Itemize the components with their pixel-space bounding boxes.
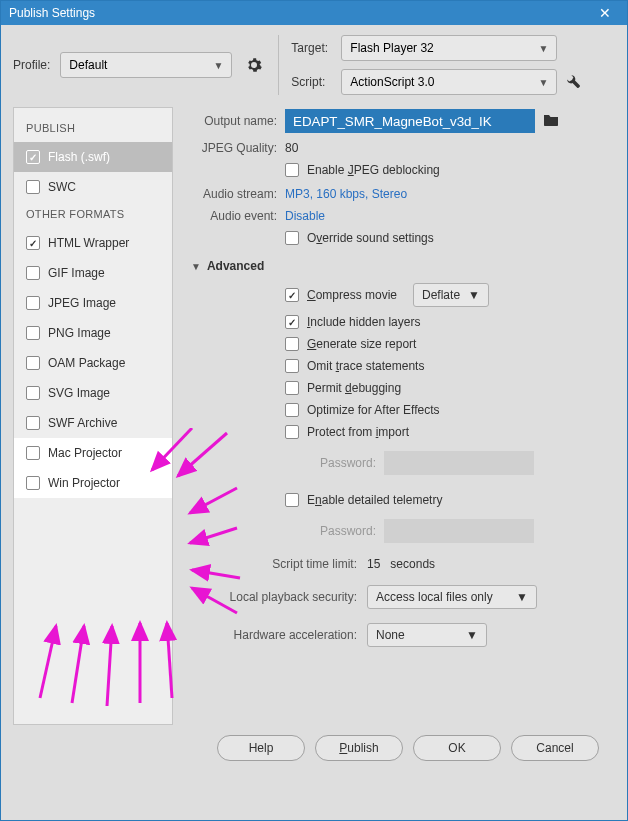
checkbox-icon[interactable]: [26, 326, 40, 340]
script-time-label: Script time limit:: [187, 557, 357, 571]
profile-group: Profile: Default ▼: [13, 35, 266, 95]
chevron-down-icon: ▼: [538, 43, 548, 54]
wrench-icon[interactable]: [565, 73, 581, 92]
checkbox-icon[interactable]: [285, 288, 299, 302]
script-time-value[interactable]: 15: [367, 557, 380, 571]
checkbox-icon[interactable]: [26, 296, 40, 310]
optimize-after-effects-checkbox[interactable]: Optimize for After Effects: [285, 403, 611, 417]
checkbox-icon[interactable]: [285, 315, 299, 329]
chevron-down-icon: ▼: [191, 261, 201, 272]
local-playback-label: Local playback security:: [187, 590, 357, 604]
omit-trace-checkbox[interactable]: Omit trace statements: [285, 359, 611, 373]
sidebar-item-gif[interactable]: GIF Image: [14, 258, 172, 288]
sidebar-item-flash-swf[interactable]: Flash (.swf): [14, 142, 172, 172]
checkbox-icon[interactable]: [26, 416, 40, 430]
sidebar-item-win-projector[interactable]: Win Projector: [14, 468, 172, 498]
chevron-down-icon: ▼: [516, 590, 528, 604]
target-dropdown[interactable]: Flash Player 32 ▼: [341, 35, 557, 61]
permit-debugging-checkbox[interactable]: Permit debugging: [285, 381, 611, 395]
publish-button[interactable]: Publish: [315, 735, 403, 761]
jpeg-quality-value[interactable]: 80: [285, 141, 298, 155]
divider: [278, 35, 279, 95]
other-formats-header: OTHER FORMATS: [14, 202, 172, 228]
sidebar-item-html-wrapper[interactable]: HTML Wrapper: [14, 228, 172, 258]
telemetry-password-label: Password:: [313, 524, 376, 538]
sidebar-item-svg[interactable]: SVG Image: [14, 378, 172, 408]
enable-jpeg-deblocking-checkbox[interactable]: Enable JPEG deblocking: [285, 163, 611, 177]
local-playback-dropdown[interactable]: Access local files only ▼: [367, 585, 537, 609]
titlebar[interactable]: Publish Settings ✕: [1, 1, 627, 25]
protect-from-import-checkbox[interactable]: Protect from import: [285, 425, 611, 439]
chevron-down-icon: ▼: [213, 60, 223, 71]
checkbox-icon[interactable]: [285, 403, 299, 417]
chevron-down-icon: ▼: [538, 77, 548, 88]
compress-method-dropdown[interactable]: Deflate ▼: [413, 283, 489, 307]
cancel-button[interactable]: Cancel: [511, 735, 599, 761]
sidebar-item-swf-archive[interactable]: SWF Archive: [14, 408, 172, 438]
gear-icon[interactable]: [242, 53, 266, 77]
close-icon[interactable]: ✕: [591, 5, 619, 21]
hw-accel-label: Hardware acceleration:: [187, 628, 357, 642]
script-label: Script:: [291, 75, 333, 89]
hw-accel-dropdown[interactable]: None ▼: [367, 623, 487, 647]
target-column: Target: Flash Player 32 ▼ Script: Action…: [291, 35, 581, 95]
checkbox-icon[interactable]: [26, 150, 40, 164]
script-time-unit: seconds: [390, 557, 435, 571]
sidebar-item-oam[interactable]: OAM Package: [14, 348, 172, 378]
output-name-label: Output name:: [187, 114, 277, 128]
target-label: Target:: [291, 41, 333, 55]
sidebar-item-swc[interactable]: SWC: [14, 172, 172, 202]
publish-header: PUBLISH: [14, 116, 172, 142]
svg-line-8: [107, 626, 112, 706]
chevron-down-icon: ▼: [468, 288, 480, 302]
svg-line-10: [40, 626, 56, 698]
script-dropdown[interactable]: ActionScript 3.0 ▼: [341, 69, 557, 95]
checkbox-icon[interactable]: [26, 386, 40, 400]
help-button[interactable]: Help: [217, 735, 305, 761]
checkbox-icon[interactable]: [285, 359, 299, 373]
telemetry-password-input: [384, 519, 534, 543]
chevron-down-icon: ▼: [466, 628, 478, 642]
checkbox-icon[interactable]: [285, 163, 299, 177]
advanced-section-toggle[interactable]: ▼ Advanced: [191, 259, 611, 273]
checkbox-icon[interactable]: [285, 381, 299, 395]
sidebar-item-png[interactable]: PNG Image: [14, 318, 172, 348]
sidebar-item-jpeg[interactable]: JPEG Image: [14, 288, 172, 318]
include-hidden-layers-checkbox[interactable]: Include hidden layers: [285, 315, 611, 329]
jpeg-quality-label: JPEG Quality:: [187, 141, 277, 155]
password-label: Password:: [313, 456, 376, 470]
main-area: PUBLISH Flash (.swf) SWC OTHER FORMATS H…: [13, 107, 615, 725]
generate-size-report-checkbox[interactable]: Generate size report: [285, 337, 611, 351]
output-name-input[interactable]: [285, 109, 535, 133]
checkbox-icon[interactable]: [285, 425, 299, 439]
top-controls: Profile: Default ▼ Target: Flash Player …: [13, 35, 615, 95]
audio-event-label: Audio event:: [187, 209, 277, 223]
window-title: Publish Settings: [9, 6, 591, 20]
checkbox-icon[interactable]: [26, 356, 40, 370]
compress-movie-checkbox[interactable]: Compress movie Deflate ▼: [285, 283, 611, 307]
svg-line-9: [72, 626, 84, 703]
ok-button[interactable]: OK: [413, 735, 501, 761]
checkbox-icon[interactable]: [285, 337, 299, 351]
checkbox-icon[interactable]: [26, 180, 40, 194]
publish-settings-window: Publish Settings ✕ Profile: Default ▼ Ta…: [0, 0, 628, 821]
checkbox-icon[interactable]: [285, 231, 299, 245]
override-sound-checkbox[interactable]: Override sound settings: [285, 231, 611, 245]
checkbox-icon[interactable]: [26, 446, 40, 460]
settings-panel: Output name: JPEG Quality: 80 Enable JPE…: [183, 107, 615, 725]
profile-dropdown[interactable]: Default ▼: [60, 52, 232, 78]
password-input: [384, 451, 534, 475]
svg-line-6: [167, 623, 172, 698]
folder-icon[interactable]: [543, 113, 559, 130]
audio-event-link[interactable]: Disable: [285, 209, 325, 223]
checkbox-icon[interactable]: [26, 266, 40, 280]
checkbox-icon[interactable]: [285, 493, 299, 507]
checkbox-icon[interactable]: [26, 476, 40, 490]
dialog-content: Profile: Default ▼ Target: Flash Player …: [1, 25, 627, 820]
checkbox-icon[interactable]: [26, 236, 40, 250]
detailed-telemetry-checkbox[interactable]: Enable detailed telemetry: [285, 493, 611, 507]
button-bar: Help Publish OK Cancel: [13, 725, 615, 773]
profile-label: Profile:: [13, 58, 50, 72]
audio-stream-link[interactable]: MP3, 160 kbps, Stereo: [285, 187, 407, 201]
sidebar-item-mac-projector[interactable]: Mac Projector: [14, 438, 172, 468]
